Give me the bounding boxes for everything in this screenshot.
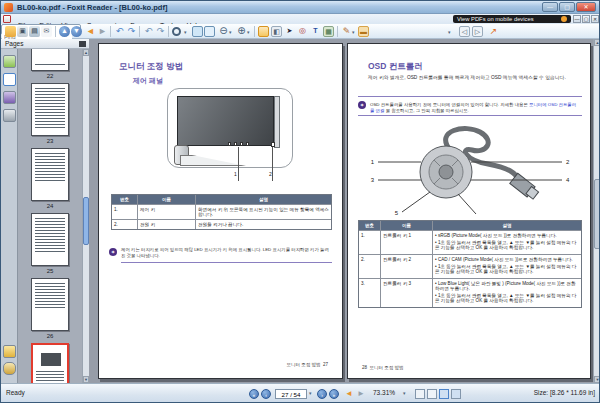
- last-page-button[interactable]: »: [329, 389, 339, 399]
- previous-page-button[interactable]: ▲: [59, 26, 70, 37]
- thumbnail-monitor-image: [41, 353, 61, 366]
- page-footer: 28 모니터 조정 방법: [362, 365, 404, 370]
- sidebar-scrollbar[interactable]: ▲ ▼: [82, 49, 89, 383]
- page-number-field[interactable]: 27 / 54: [275, 389, 307, 399]
- controller-center-key: [439, 165, 453, 179]
- pencil-dropdown[interactable]: ▾: [352, 29, 355, 35]
- continuous-facing-view-icon[interactable]: [451, 389, 461, 399]
- signature-panel-icon[interactable]: [3, 345, 16, 358]
- rotate-right-icon[interactable]: ↷: [126, 26, 137, 37]
- note-text: OSD 컨트롤러를 사용하기 전에 모니터에 연결되어 있어야 합니다. 자세한…: [370, 102, 580, 114]
- thumbnail-page-26[interactable]: [31, 278, 69, 331]
- foxit-reader-window: BL00-ko.pdf - Foxit Reader - [BL00-ko.pd…: [0, 0, 600, 403]
- panel-header: Pages: [1, 39, 89, 49]
- callout-number: 1: [234, 171, 237, 177]
- mobile-banner[interactable]: View PDFs on mobile devices: [453, 15, 571, 23]
- actual-size-button[interactable]: [192, 26, 203, 37]
- pencil-annotation-button[interactable]: ✎: [341, 26, 352, 37]
- hand-tool-button-selected[interactable]: [258, 26, 269, 37]
- minimize-button[interactable]: —: [542, 2, 558, 12]
- print-button[interactable]: ▤: [29, 26, 40, 37]
- go-forward-button[interactable]: ►: [97, 26, 108, 37]
- title-bar[interactable]: BL00-ko.pdf - Foxit Reader - [BL00-ko.pd…: [1, 1, 600, 14]
- status-bar: Ready « ‹ 27 / 54 ▾ › » ◄ ► 73.31% ▾ Siz…: [1, 383, 600, 403]
- go-back-button[interactable]: ◄: [85, 26, 96, 37]
- mdi-minimize-button[interactable]: —: [573, 15, 581, 23]
- zoom-out-button[interactable]: ⊖: [218, 26, 229, 37]
- layers-panel-icon[interactable]: [3, 109, 16, 122]
- thumbnail-page-23[interactable]: [31, 83, 69, 136]
- usb-plug: [510, 173, 540, 200]
- table-row: 1. 제어 키 화면에서 키 위 오른쪽에 표시된 기능이 있는 메뉴 항목에 …: [112, 204, 331, 219]
- select-tool-button[interactable]: ➤: [284, 26, 295, 37]
- callout-line: [458, 194, 476, 214]
- document-view[interactable]: 모니터 조정 방법 제어 패널 1 2 번호: [89, 39, 593, 383]
- thumbnail-page-22[interactable]: [31, 49, 69, 71]
- first-page-button[interactable]: «: [249, 389, 259, 399]
- facing-view-icon[interactable]: [439, 389, 449, 399]
- next-view-button[interactable]: ►: [357, 389, 365, 398]
- open-file-button[interactable]: [5, 26, 16, 37]
- link-tool-button[interactable]: ↗: [488, 26, 499, 37]
- zoom-tool-dropdown[interactable]: ▾: [184, 29, 187, 35]
- next-page-button[interactable]: ▼: [71, 26, 82, 37]
- find-dropdown[interactable]: ▾: [448, 29, 451, 35]
- table-header-row: 번호 이름 설명: [359, 221, 581, 230]
- callout-number: 5: [395, 210, 399, 216]
- thumbnail-content: [35, 64, 65, 66]
- undo-button[interactable]: ↶: [143, 26, 154, 37]
- find-next-button[interactable]: ▷: [472, 26, 483, 37]
- previous-page-button[interactable]: ‹: [261, 389, 271, 399]
- zoom-out-dropdown[interactable]: ▾: [229, 29, 232, 35]
- zoom-dropdown[interactable]: ▾: [403, 390, 406, 396]
- pages-panel: Pages 22 23 24 25 26: [1, 39, 89, 383]
- previous-view-button[interactable]: ◄: [345, 389, 353, 398]
- mdi-restore-button[interactable]: ▢: [582, 15, 590, 23]
- fit-page-button[interactable]: [204, 26, 215, 37]
- redo-button[interactable]: ↷: [155, 26, 166, 37]
- zoom-in-dropdown[interactable]: ▾: [247, 29, 250, 35]
- monitor-base: [180, 155, 246, 166]
- osd-controller-figure: 1 2 3 4 5: [368, 124, 572, 216]
- image-tool-button[interactable]: ▦: [323, 26, 334, 37]
- document-scrollbar[interactable]: ▲ ▼: [593, 39, 600, 383]
- highlighter-button[interactable]: ▬: [358, 26, 369, 37]
- section-title: OSD 컨트롤러: [368, 61, 423, 73]
- email-button[interactable]: ✉: [41, 26, 52, 37]
- panel-options-icon[interactable]: [79, 41, 86, 47]
- close-button[interactable]: ✕: [576, 2, 596, 12]
- loupe-tool-button[interactable]: ◎: [297, 26, 308, 37]
- comments-panel-icon[interactable]: [3, 91, 16, 104]
- scroll-up-arrow[interactable]: ▲: [594, 39, 600, 46]
- next-page-button[interactable]: ›: [317, 389, 327, 399]
- typewriter-tool-button[interactable]: T: [310, 26, 321, 37]
- scroll-down-arrow[interactable]: ▼: [594, 376, 600, 383]
- thumbnail-label: 23: [23, 138, 77, 144]
- snapshot-button[interactable]: ◧: [271, 26, 282, 37]
- thumbnail-page-24[interactable]: [31, 148, 69, 201]
- maximize-button[interactable]: ▢: [559, 2, 575, 12]
- thumbnail-page-25[interactable]: [31, 213, 69, 266]
- page-27[interactable]: 모니터 조정 방법 제어 패널 1 2 번호: [98, 43, 343, 379]
- zoom-tool-icon[interactable]: [172, 27, 181, 36]
- callout-number: 2: [269, 171, 272, 177]
- pages-panel-icon[interactable]: [3, 73, 16, 86]
- zoom-level[interactable]: 73.31%: [373, 389, 395, 396]
- continuous-view-icon[interactable]: [427, 389, 437, 399]
- find-previous-button[interactable]: ◁: [459, 26, 470, 37]
- mdi-close-button[interactable]: ✕: [591, 15, 599, 23]
- zoom-in-button[interactable]: ⊕: [236, 26, 247, 37]
- thumbnail-label: 22: [23, 73, 77, 79]
- page-28[interactable]: OSD 컨트롤러 제어 키와 별개로, OSD 컨트롤러를 통해 빠르게 제어하…: [347, 43, 591, 379]
- rotate-left-icon[interactable]: ↶: [114, 26, 125, 37]
- page-field-dropdown[interactable]: ▾: [309, 390, 312, 396]
- bookmarks-panel-icon[interactable]: [3, 55, 16, 68]
- note-text: 제어 키는 터치키로 되어 있으며 해당 LED 표시기가 키 위에 표시됩니다…: [121, 247, 332, 263]
- control-key-table: 번호 이름 설명 1. 제어 키 화면에서 키 위 오른쪽에 표시된 기능이 있…: [111, 194, 332, 230]
- save-button[interactable]: ▣: [17, 26, 28, 37]
- col-number: 번호: [359, 221, 381, 230]
- thumbnail-label: 25: [23, 268, 77, 274]
- single-page-view-icon[interactable]: [415, 389, 425, 399]
- attachments-panel-icon[interactable]: [3, 362, 16, 375]
- document-scrollbar-thumb[interactable]: [594, 179, 600, 249]
